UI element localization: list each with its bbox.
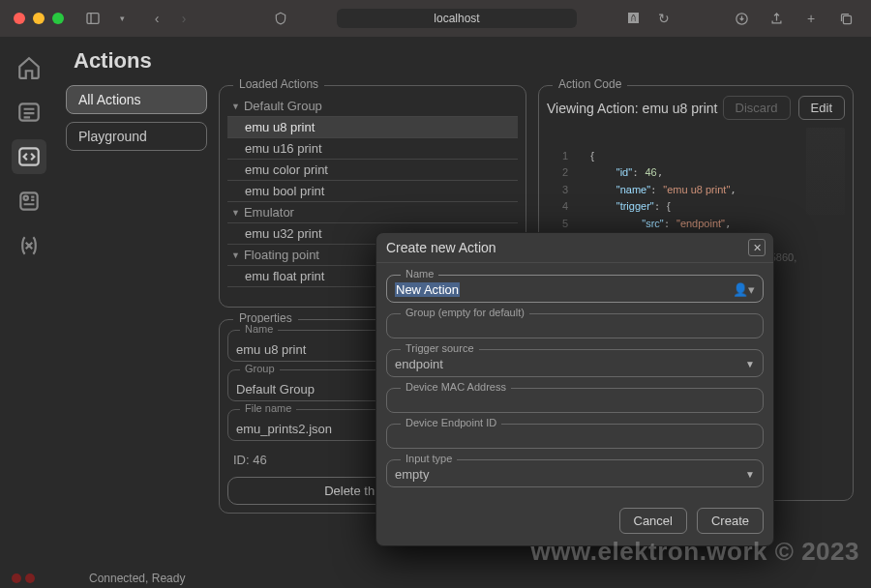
chevron-down-icon[interactable]: ▾ [110, 7, 134, 30]
status-bar: Connected, Ready [0, 569, 871, 588]
prop-file-value: emu_prints2.json [236, 422, 332, 436]
address-text: localhost [434, 12, 479, 25]
minimap[interactable] [806, 128, 845, 215]
discard-button: Discard [723, 96, 791, 120]
modal-group-label: Group (empty for default) [401, 307, 529, 318]
loaded-actions-legend: Loaded Actions [233, 77, 324, 91]
close-window-icon[interactable] [14, 13, 25, 24]
status-text: Connected, Ready [89, 572, 185, 585]
chevron-down-icon: ▼ [745, 469, 755, 480]
window-titlebar: ▾ ‹ › localhost 🅰 ↻ + [0, 0, 871, 37]
svg-rect-3 [843, 15, 851, 23]
modal-name-value: New Action [395, 282, 460, 297]
new-tab-icon[interactable]: + [799, 7, 823, 30]
prop-file-label: File name [240, 402, 296, 414]
modal-input-type-field[interactable]: Input type empty ▼ [386, 459, 764, 487]
modal-trigger-value: endpoint [395, 357, 443, 371]
action-code-legend: Action Code [553, 77, 627, 91]
svg-rect-6 [20, 192, 37, 209]
sidebar-toggle-icon[interactable] [81, 7, 105, 30]
chevron-down-icon: ▼ [745, 359, 755, 369]
svg-point-7 [24, 196, 28, 200]
filter-playground[interactable]: Playground [66, 122, 207, 151]
viewing-action-label: Viewing Action: emu u8 print [547, 101, 717, 116]
download-icon[interactable] [730, 7, 753, 30]
svg-rect-0 [87, 14, 99, 24]
modal-name-field[interactable]: Name New Action 👤▾ [386, 275, 764, 303]
share-icon[interactable] [765, 7, 788, 30]
prop-name-label: Name [240, 323, 278, 335]
nav-forward-icon[interactable]: › [172, 7, 195, 30]
modal-name-label: Name [401, 268, 438, 279]
modal-group-field[interactable]: Group (empty for default) [386, 313, 764, 338]
rail-code-icon[interactable] [12, 139, 46, 174]
prop-group-label: Group [240, 363, 280, 374]
action-item[interactable]: emu u16 print [227, 138, 518, 160]
tabs-icon[interactable] [834, 7, 857, 30]
person-icon: 👤▾ [733, 282, 755, 297]
modal-endpoint-field[interactable]: Device Endpoint ID [386, 424, 764, 449]
action-item[interactable]: emu bool print [227, 181, 518, 202]
minimize-window-icon[interactable] [33, 13, 45, 24]
rail-device-icon[interactable] [12, 184, 46, 219]
maximize-window-icon[interactable] [52, 13, 64, 24]
modal-input-type-label: Input type [401, 453, 457, 464]
filter-all-actions[interactable]: All Actions [66, 85, 207, 114]
modal-trigger-field[interactable]: Trigger source endpoint ▼ [386, 349, 764, 377]
cancel-button[interactable]: Cancel [619, 508, 687, 534]
shield-icon[interactable] [269, 7, 292, 30]
group-header[interactable]: Default Group [227, 96, 518, 117]
modal-endpoint-label: Device Endpoint ID [401, 417, 501, 428]
reload-icon[interactable]: ↻ [652, 7, 676, 30]
group-header[interactable]: Emulator [227, 202, 518, 223]
rail-variables-icon[interactable] [12, 228, 46, 263]
modal-input-type-value: empty [395, 467, 429, 482]
status-indicators [12, 573, 35, 583]
page-title: Actions [74, 48, 854, 74]
traffic-lights [14, 13, 64, 24]
modal-mac-field[interactable]: Device MAC Address [386, 388, 764, 413]
create-action-modal: Create new Action ✕ Name New Action 👤▾ G… [375, 232, 774, 546]
prop-group-value: Default Group [236, 382, 315, 397]
modal-trigger-label: Trigger source [401, 342, 479, 354]
modal-mac-label: Device MAC Address [401, 381, 511, 393]
translate-icon[interactable]: 🅰 [621, 7, 645, 30]
action-item[interactable]: emu color print [227, 160, 518, 181]
modal-close-button[interactable]: ✕ [748, 239, 766, 256]
nav-back-icon[interactable]: ‹ [145, 7, 168, 30]
edit-button[interactable]: Edit [798, 96, 845, 120]
rail-home-icon[interactable] [12, 50, 46, 85]
rail-list-icon[interactable] [12, 95, 46, 130]
left-rail [0, 37, 58, 569]
modal-title: Create new Action [386, 240, 496, 255]
address-bar[interactable]: localhost [337, 9, 576, 28]
create-button[interactable]: Create [697, 508, 764, 534]
prop-name-value: emu u8 print [236, 342, 306, 357]
action-item[interactable]: emu u8 print [227, 117, 518, 138]
